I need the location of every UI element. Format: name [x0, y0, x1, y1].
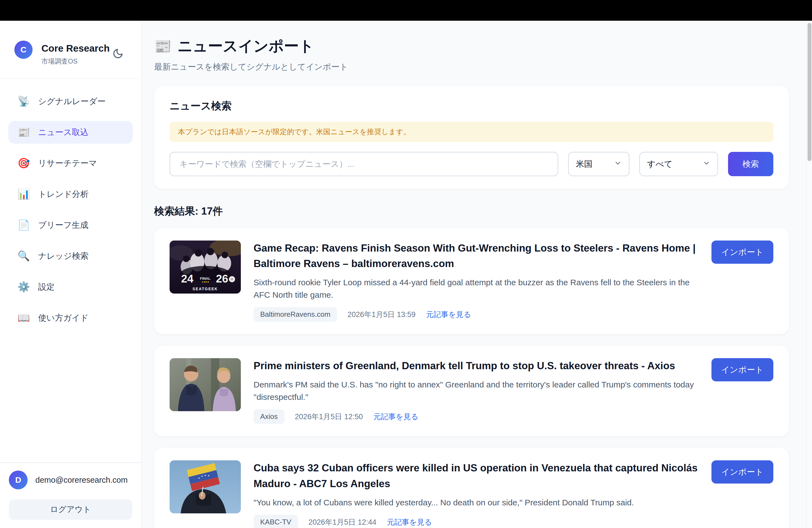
- article-description: Denmark's PM said the U.S. has "no right…: [253, 379, 699, 403]
- article-date: 2026年1月5日 12:50: [295, 412, 363, 422]
- gear-icon: ⚙️: [17, 281, 30, 293]
- sidebar-item-brief-generation[interactable]: 📄 ブリーフ生成: [8, 214, 133, 236]
- article-date: 2026年1月5日 13:59: [347, 310, 416, 320]
- article-date: 2026年1月5日 12:44: [308, 517, 376, 527]
- plan-notice: 本プランでは日本語ソースが限定的です。米国ニュースを推奨します。: [170, 122, 773, 142]
- logout-button[interactable]: ログアウト: [9, 499, 132, 520]
- moon-icon: [112, 56, 124, 60]
- news-search-card: ニュース検索 本プランでは日本語ソースが限定的です。米国ニュースを推奨します。 …: [154, 86, 789, 189]
- category-select-value: すべて: [647, 159, 672, 170]
- sidebar-item-label: ニュース取込: [38, 127, 88, 138]
- search-button[interactable]: 検索: [728, 152, 773, 176]
- sidebar-item-label: トレンド分析: [38, 189, 89, 200]
- sidebar-item-news-import[interactable]: 📰 ニュース取込: [8, 121, 133, 144]
- page-title: ニュースインポート: [177, 36, 314, 56]
- article-title: Game Recap: Ravens Finish Season With Gu…: [253, 240, 699, 272]
- search-card-heading: ニュース検索: [170, 99, 773, 113]
- article-description: "You know, a lot of Cubans were killed y…: [253, 497, 699, 509]
- sidebar-item-knowledge-search[interactable]: 🔍 ナレッジ検索: [8, 245, 133, 267]
- sidebar-item-research-themes[interactable]: 🎯 リサーチテーマ: [8, 152, 133, 175]
- chevron-down-icon: [702, 159, 710, 169]
- newspaper-icon: 📰: [154, 39, 171, 54]
- sidebar-item-label: ブリーフ生成: [38, 220, 88, 231]
- article-thumbnail-football: 24 FINAL 26 SEATGEEK: [170, 240, 241, 294]
- results-heading: 検索結果: 17件: [154, 204, 789, 218]
- avatar: D: [9, 471, 28, 489]
- article-thumbnail-flag: [170, 460, 241, 513]
- chevron-down-icon: [614, 159, 622, 169]
- keyword-search-input[interactable]: [170, 152, 558, 176]
- sidebar-item-user-guide[interactable]: 📖 使い方ガイド: [8, 307, 133, 329]
- view-original-link[interactable]: 元記事を見る: [373, 412, 418, 422]
- satellite-antenna-icon: 📡: [17, 96, 30, 107]
- main-content: 📰 ニュースインポート 最新ニュースを検索してシグナルとしてインポート ニュース…: [141, 21, 807, 528]
- score-right: 26: [216, 273, 228, 285]
- import-button[interactable]: インポート: [711, 460, 773, 484]
- score-left: 24: [181, 273, 193, 285]
- source-badge: BaltimoreRavens.com: [253, 307, 337, 322]
- scrollbar-thumb[interactable]: [808, 23, 811, 161]
- target-icon: 🎯: [17, 157, 30, 169]
- bar-chart-icon: 📊: [17, 188, 30, 200]
- sidebar: C Core Research 市場調査OS 📡 シグナルレーダー 📰: [0, 21, 141, 528]
- news-card: 24 FINAL 26 SEATGEEK Game Recap: Ravens …: [154, 228, 789, 334]
- avatar-initial: D: [15, 475, 21, 485]
- score-status: FINAL: [200, 276, 211, 281]
- app-name: Core Research: [41, 41, 111, 56]
- country-select-value: 米国: [576, 159, 592, 170]
- import-button[interactable]: インポート: [711, 240, 773, 264]
- open-book-icon: 📖: [17, 312, 30, 324]
- page-scrollbar: [807, 21, 812, 528]
- sidebar-item-label: 使い方ガイド: [38, 312, 89, 324]
- app-subtitle: 市場調査OS: [41, 57, 111, 66]
- sidebar-footer: D demo@coreresearch.com ログアウト: [0, 462, 141, 528]
- sidebar-header: C Core Research 市場調査OS: [0, 21, 141, 79]
- app-logo-letter: C: [20, 45, 27, 54]
- sidebar-item-signal-radar[interactable]: 📡 シグナルレーダー: [8, 90, 133, 113]
- import-button[interactable]: インポート: [711, 358, 773, 381]
- view-original-link[interactable]: 元記事を見る: [426, 310, 471, 320]
- category-select[interactable]: すべて: [639, 152, 718, 176]
- magnifier-icon: 🔍: [17, 250, 30, 262]
- news-card: Cuba says 32 Cuban officers were killed …: [154, 448, 789, 528]
- sidebar-item-settings[interactable]: ⚙️ 設定: [8, 276, 133, 298]
- article-title: Cuba says 32 Cuban officers were killed …: [253, 460, 699, 491]
- country-select[interactable]: 米国: [568, 152, 629, 176]
- source-badge: KABC-TV: [253, 515, 298, 528]
- sidebar-item-label: 設定: [38, 281, 55, 293]
- article-title: Prime ministers of Greenland, Denmark te…: [253, 358, 699, 373]
- user-email: demo@coreresearch.com: [35, 475, 128, 485]
- app-logo: C: [14, 41, 33, 59]
- view-original-link[interactable]: 元記事を見る: [387, 517, 432, 527]
- article-description: Sixth-round rookie Tyler Loop missed a 4…: [253, 276, 699, 301]
- sidebar-nav: 📡 シグナルレーダー 📰 ニュース取込 🎯 リサーチテーマ 📊 トレンド分析 📄…: [0, 79, 141, 462]
- sidebar-item-label: リサーチテーマ: [38, 158, 97, 169]
- sidebar-item-label: ナレッジ検索: [38, 250, 89, 262]
- page-subtitle: 最新ニュースを検索してシグナルとしてインポート: [154, 61, 789, 73]
- dark-mode-toggle[interactable]: [112, 48, 124, 60]
- news-card: Prime ministers of Greenland, Denmark te…: [154, 346, 789, 436]
- sidebar-item-label: シグナルレーダー: [38, 96, 105, 107]
- article-thumbnail-ministers: [170, 358, 241, 411]
- thumb-brand: SEATGEEK: [192, 287, 218, 291]
- sidebar-item-trend-analysis[interactable]: 📊 トレンド分析: [8, 183, 133, 205]
- source-badge: Axios: [253, 409, 285, 424]
- document-icon: 📄: [17, 219, 30, 231]
- top-black-bar: [0, 0, 812, 21]
- newspaper-icon: 📰: [17, 127, 30, 138]
